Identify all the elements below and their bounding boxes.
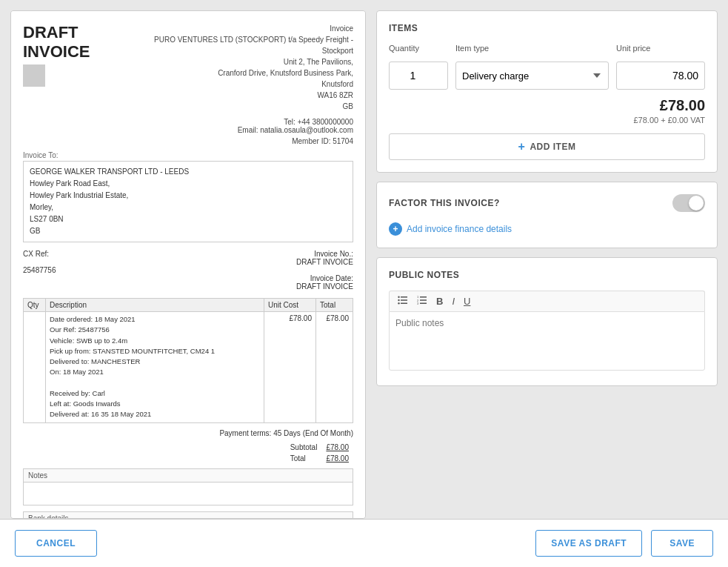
save-button[interactable]: SAVE <box>651 530 713 557</box>
footer-bar: CANCEL SAVE AS DRAFT SAVE <box>0 519 728 567</box>
items-card: ITEMS Quantity Item type Unit price Deli… <box>376 10 718 173</box>
ref-row: CX Ref: 25487756 Invoice No.: DRAFT INVO… <box>23 250 353 291</box>
invoice-to-box: GEORGE WALKER TRANSPORT LTD - LEEDS Howl… <box>23 161 353 242</box>
items-header: Quantity Item type Unit price <box>389 44 705 56</box>
public-notes-textarea[interactable] <box>389 311 705 371</box>
totals-row: Subtotal £78.00 Total £78.00 <box>23 442 353 464</box>
svg-rect-1 <box>401 299 407 301</box>
add-item-plus-icon: + <box>518 140 526 153</box>
public-notes-card: PUBLIC NOTES <box>376 257 718 386</box>
table-unit-cost: £78.00 <box>264 312 316 423</box>
svg-point-3 <box>398 296 399 298</box>
svg-rect-0 <box>401 296 407 298</box>
svg-rect-6 <box>420 296 427 298</box>
member-id: Member ID: 51704 <box>23 137 353 145</box>
finance-icon: + <box>389 222 402 236</box>
total-label: Total <box>286 453 322 464</box>
toggle-knob <box>689 196 704 210</box>
table-header-qty: Qty <box>24 299 46 312</box>
unit-price-input[interactable] <box>616 62 705 90</box>
email: Email: natalia.osaula@outlook.com <box>238 126 353 134</box>
notes-toolbar: 1 2 3 B I U <box>389 291 705 311</box>
svg-point-5 <box>398 302 399 304</box>
cx-ref-value: 25487756 <box>23 266 56 274</box>
table-total: £78.00 <box>316 312 353 423</box>
items-row: Delivery charge Collection charge Other <box>389 62 705 90</box>
total-value: £78.00 <box>321 453 353 464</box>
right-panel: ITEMS Quantity Item type Unit price Deli… <box>376 10 718 519</box>
items-title: ITEMS <box>389 23 705 33</box>
bold-button[interactable]: B <box>433 294 447 308</box>
table-row: Date ordered: 18 May 2021 Our Ref: 25487… <box>24 312 353 423</box>
svg-rect-8 <box>420 303 427 305</box>
factor-card: FACTOR THIS INVOICE? + Add invoice finan… <box>376 182 718 248</box>
factor-row: FACTOR THIS INVOICE? <box>389 194 705 212</box>
bank-details-section: Bank details Bank Name: ee11 Account Hol… <box>23 511 353 520</box>
invoice-no-value: DRAFT INVOICE <box>296 258 353 266</box>
footer-right: SAVE AS DRAFT SAVE <box>535 530 713 557</box>
svg-rect-7 <box>420 299 427 301</box>
svg-point-4 <box>398 299 399 301</box>
item-total: £78.00 <box>389 97 705 114</box>
table-header-desc: Description <box>46 299 264 312</box>
add-item-label: ADD ITEM <box>530 142 575 152</box>
add-finance-link[interactable]: + Add invoice finance details <box>389 222 705 236</box>
item-type-label: Item type <box>455 44 609 53</box>
draft-invoice-title: DRAFT INVOICE <box>23 23 139 62</box>
logo-placeholder <box>23 64 45 87</box>
bullet-list-button[interactable] <box>394 294 412 308</box>
subtotal-value: £78.00 <box>321 442 353 453</box>
item-type-select[interactable]: Delivery charge Collection charge Other <box>455 62 609 90</box>
italic-button[interactable]: I <box>448 294 458 308</box>
invoice-date-label: Invoice Date: <box>296 274 353 282</box>
invoice-date-value: DRAFT INVOICE <box>296 282 353 291</box>
factor-toggle[interactable] <box>672 194 705 212</box>
factor-title: FACTOR THIS INVOICE? <box>389 198 500 208</box>
quantity-label: Quantity <box>389 44 448 53</box>
notes-label: Notes <box>24 469 353 483</box>
public-notes-title: PUBLIC NOTES <box>389 270 705 280</box>
invoice-table: Qty Description Unit Cost Total Date ord… <box>23 298 353 423</box>
tel: Tel: +44 3800000000 <box>284 118 353 126</box>
table-header-unit-cost: Unit Cost <box>264 299 316 312</box>
notes-section: Notes <box>23 468 353 505</box>
company-address: Invoice PURO VENTURES LTD (STOCKPORT) t/… <box>139 23 353 112</box>
add-item-button[interactable]: + ADD ITEM <box>389 133 705 160</box>
invoice-no-label: Invoice No.: <box>296 250 353 258</box>
bank-label: Bank details <box>24 512 353 520</box>
unit-price-label: Unit price <box>616 44 705 53</box>
save-draft-button[interactable]: SAVE AS DRAFT <box>535 530 642 557</box>
payment-terms: Payment terms: 45 Days (End Of Month) <box>23 429 353 437</box>
subtotal-label: Subtotal <box>286 442 322 453</box>
left-panel: DRAFT INVOICE Invoice PURO VENTURES LTD … <box>10 10 366 519</box>
item-vat: £78.00 + £0.00 VAT <box>389 116 705 125</box>
quantity-input[interactable] <box>389 62 448 90</box>
underline-button[interactable]: U <box>460 294 474 308</box>
cx-ref-label: CX Ref: <box>23 250 56 258</box>
cancel-button[interactable]: CANCEL <box>15 530 97 557</box>
table-header-total: Total <box>316 299 353 312</box>
invoice-to-label: Invoice To: <box>23 151 353 159</box>
numbered-list-button[interactable]: 1 2 3 <box>413 294 431 308</box>
add-finance-label: Add invoice finance details <box>407 224 512 234</box>
svg-rect-2 <box>401 303 407 305</box>
svg-text:3: 3 <box>417 302 419 305</box>
